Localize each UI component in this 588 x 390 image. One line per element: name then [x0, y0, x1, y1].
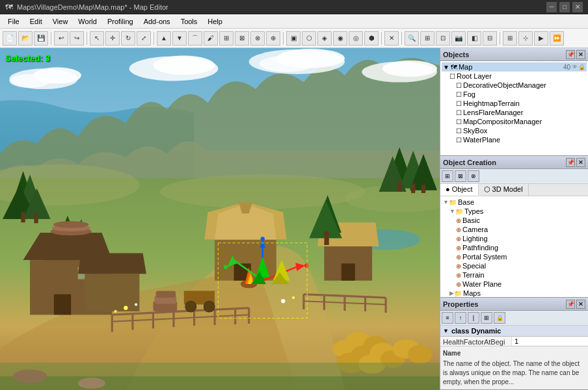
- prop-healthfactor-value[interactable]: 1: [512, 337, 588, 346]
- objects-close-button[interactable]: ✕: [576, 50, 585, 59]
- objects-pin-button[interactable]: 📌: [566, 50, 575, 59]
- tree-node-mapcomp[interactable]: ☐ MapCompositorManager: [442, 117, 587, 126]
- terrain-smooth[interactable]: ⌒: [188, 31, 202, 46]
- tool-extra1[interactable]: ▣: [286, 31, 301, 46]
- terrain-tool7[interactable]: ⊗: [250, 31, 265, 46]
- view-button1[interactable]: ◧: [467, 31, 481, 46]
- creation-camera[interactable]: ⊕ Camera: [442, 225, 587, 234]
- rotate-button[interactable]: ↻: [121, 31, 135, 46]
- creation-toolbar[interactable]: ⊞ ⊠ ⊗: [440, 169, 588, 184]
- save-button[interactable]: 💾: [34, 31, 48, 46]
- titlebar-controls[interactable]: ─ □ ✕: [546, 2, 583, 12]
- creation-panel-controls[interactable]: 📌 ✕: [566, 158, 585, 167]
- section-dynamic[interactable]: ▼ class Dynamic: [440, 326, 588, 337]
- tree-node-heightmap[interactable]: ☐ HeightmapTerrain: [442, 99, 587, 108]
- delete-button[interactable]: ✕: [384, 31, 399, 46]
- tree-node-skybox[interactable]: ☐ SkyBox: [442, 126, 587, 135]
- menu-help[interactable]: Help: [202, 14, 228, 29]
- lock-icon[interactable]: 🔒: [578, 64, 585, 70]
- terrain-tool6[interactable]: ⊠: [235, 31, 249, 46]
- tree-node-waterplane[interactable]: ☐ WaterPlane: [442, 135, 587, 144]
- menu-view[interactable]: View: [47, 14, 74, 29]
- map-actions[interactable]: 👁 🔒: [572, 64, 585, 70]
- creation-close-button[interactable]: ✕: [576, 158, 585, 167]
- creation-pin-button[interactable]: 📌: [566, 158, 575, 167]
- tool-extra5[interactable]: ◎: [349, 31, 363, 46]
- snap-button[interactable]: ⊹: [518, 31, 533, 46]
- frame-button[interactable]: ⊡: [436, 31, 450, 46]
- tree-node-map[interactable]: ▼ 🗺 Map 40 👁 🔒: [442, 62, 587, 72]
- viewport[interactable]: Selected: 3: [0, 48, 440, 390]
- tree-node-rootlayer[interactable]: ☐ Root Layer: [442, 72, 587, 81]
- terrain-paint[interactable]: 🖌: [204, 31, 218, 46]
- creation-pathfinding[interactable]: ⊕ Pathfinding: [442, 243, 587, 252]
- move-button[interactable]: ✛: [105, 31, 120, 46]
- props-btn-5[interactable]: 🔒: [494, 312, 505, 324]
- tab-object[interactable]: ● Object: [440, 184, 479, 196]
- properties-panel-controls[interactable]: 📌 ✕: [566, 300, 585, 309]
- props-btn-1[interactable]: ≡: [442, 312, 453, 324]
- view-button2[interactable]: ⊟: [483, 31, 497, 46]
- tool-extra2[interactable]: ⬡: [302, 31, 316, 46]
- minimize-button[interactable]: ─: [546, 2, 557, 12]
- tree-node-lensflare[interactable]: ☐ LensFlareManager: [442, 108, 587, 117]
- tool-extra6[interactable]: ⬢: [364, 31, 379, 46]
- props-btn-2[interactable]: ↑: [455, 312, 466, 324]
- maximize-button[interactable]: □: [559, 2, 570, 12]
- tool-extra3[interactable]: ◈: [317, 31, 332, 46]
- creation-btn-2[interactable]: ⊠: [455, 170, 466, 182]
- menu-addons[interactable]: Add-ons: [139, 14, 176, 29]
- select-button[interactable]: ↖: [90, 31, 104, 46]
- properties-content[interactable]: ▼ class Dynamic HealthFactorAtBeginning …: [440, 326, 588, 346]
- grid-button[interactable]: ⊞: [503, 31, 517, 46]
- undo-button[interactable]: ↩: [54, 31, 68, 46]
- redo-button[interactable]: ↪: [70, 31, 84, 46]
- svg-point-79: [135, 303, 137, 306]
- tool-extra4[interactable]: ◉: [333, 31, 347, 46]
- close-button[interactable]: ✕: [572, 2, 583, 12]
- play-button[interactable]: ▶: [534, 31, 548, 46]
- new-button[interactable]: 📄: [3, 31, 17, 46]
- menu-tools[interactable]: Tools: [176, 14, 203, 29]
- creation-basic[interactable]: ⊕ Basic: [442, 216, 587, 225]
- creation-tabs[interactable]: ● Object ⬡ 3D Model: [440, 184, 588, 196]
- menu-edit[interactable]: Edit: [25, 14, 47, 29]
- eye-icon[interactable]: 👁: [572, 64, 578, 70]
- scale-button[interactable]: ⤢: [137, 31, 151, 46]
- properties-pin-button[interactable]: 📌: [566, 300, 575, 309]
- objects-panel-controls[interactable]: 📌 ✕: [566, 50, 585, 59]
- objects-content[interactable]: ▼ 🗺 Map 40 👁 🔒 ☐ Root Layer: [440, 61, 588, 155]
- creation-btn-1[interactable]: ⊞: [442, 170, 453, 182]
- camera-button[interactable]: 📷: [451, 31, 466, 46]
- terrain-tool5[interactable]: ⊞: [219, 31, 234, 46]
- terrain-tool8[interactable]: ⊕: [266, 31, 280, 46]
- creation-base[interactable]: ▼ 📁 Base: [442, 198, 587, 207]
- zoom-all[interactable]: ⊞: [420, 31, 434, 46]
- tree-node-fog[interactable]: ☐ Fog: [442, 90, 587, 99]
- selection-info: Selected: 3: [5, 53, 50, 63]
- props-btn-4[interactable]: ⊞: [481, 312, 492, 324]
- open-button[interactable]: 📂: [18, 31, 33, 46]
- creation-content[interactable]: ▼ 📁 Base ▼ 📁 Types ⊕ Basic ⊕ Camer: [440, 196, 588, 297]
- menu-profiling[interactable]: Profiling: [102, 14, 139, 29]
- run-button[interactable]: ⏩: [550, 31, 564, 46]
- tree-node-decorative[interactable]: ☐ DecorativeObjectManager: [442, 81, 587, 90]
- properties-toolbar[interactable]: ≡ ↑ | ⊞ 🔒: [440, 311, 588, 326]
- creation-terrain[interactable]: ⊕ Terrain: [442, 270, 587, 280]
- creation-waterplane[interactable]: ⊕ Water Plane: [442, 280, 587, 289]
- creation-btn-3[interactable]: ⊗: [468, 170, 479, 182]
- creation-types[interactable]: ▼ 📁 Types: [442, 207, 587, 216]
- creation-special[interactable]: ⊕ Special: [442, 261, 587, 270]
- toolbar-sep-4: [283, 32, 284, 45]
- menu-file[interactable]: File: [3, 14, 25, 29]
- props-btn-3[interactable]: |: [468, 312, 479, 324]
- creation-maps[interactable]: ▶ 📁 Maps: [442, 289, 587, 297]
- creation-portal[interactable]: ⊕ Portal System: [442, 252, 587, 261]
- zoom-button[interactable]: 🔍: [405, 31, 419, 46]
- menu-world[interactable]: World: [73, 14, 102, 29]
- properties-close-button[interactable]: ✕: [576, 300, 585, 309]
- tab-3dmodel[interactable]: ⬡ 3D Model: [479, 184, 529, 196]
- creation-lighting[interactable]: ⊕ Lighting: [442, 234, 587, 243]
- terrain-lower[interactable]: ▼: [172, 31, 187, 46]
- terrain-raise[interactable]: ▲: [157, 31, 171, 46]
